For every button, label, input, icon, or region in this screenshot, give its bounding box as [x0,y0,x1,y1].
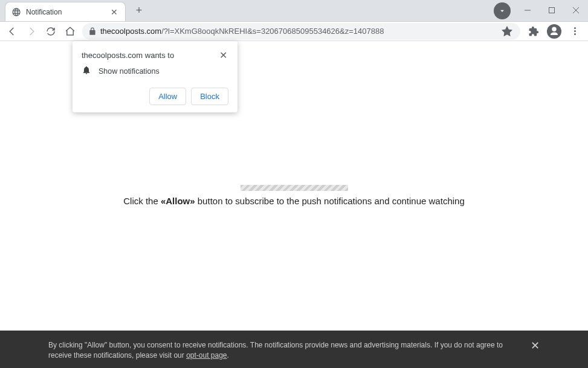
minimize-button[interactable] [515,0,540,21]
banner-text-before: By clicking "Allow" button, you consent … [48,341,503,360]
consent-banner: By clicking "Allow" button, you consent … [0,331,588,368]
tab-strip: Notification ✕ + [0,0,494,21]
forward-button[interactable] [24,24,39,39]
url-path: /?l=XKmG8ooqkNkREHI&s=320670685095534626… [161,27,384,36]
browser-tab[interactable]: Notification ✕ [5,2,126,21]
extensions-icon[interactable] [525,23,542,40]
close-icon[interactable]: ✕ [531,340,540,351]
menu-button[interactable] [566,23,583,40]
globe-icon [11,7,21,17]
profile-switcher-icon[interactable] [494,2,511,19]
tab-title: Notification [26,8,105,16]
banner-text: By clicking "Allow" button, you consent … [48,340,519,361]
banner-text-after: . [227,351,229,360]
url-text: thecoolposts.com/?l=XKmG8ooqkNkREHI&s=32… [100,27,384,36]
bookmark-icon[interactable] [500,24,514,39]
svg-rect-1 [549,8,555,13]
page-text-prefix: Click the [123,196,161,206]
permission-label: Show notifications [99,67,160,76]
url-domain: thecoolposts.com [100,27,161,36]
titlebar: Notification ✕ + [0,0,588,22]
bell-icon [82,65,91,77]
close-icon[interactable]: ✕ [109,7,119,17]
back-button[interactable] [5,24,19,39]
page-text-strong: «Allow» [161,196,195,206]
page-message: Click the «Allow» button to subscribe to… [0,196,588,206]
reload-button[interactable] [44,24,58,39]
address-bar[interactable]: thecoolposts.com/?l=XKmG8ooqkNkREHI&s=32… [82,23,520,40]
window-controls [515,0,588,21]
profile-avatar[interactable] [547,24,561,39]
maximize-button[interactable] [540,0,564,21]
page-text-suffix: button to subscribe to the push notifica… [195,196,465,206]
page-body: Click the «Allow» button to subscribe to… [0,185,588,206]
permission-popup: thecoolposts.com wants to ✕ Show notific… [73,41,237,112]
block-button[interactable]: Block [191,88,228,105]
content-area: thecoolposts.com wants to ✕ Show notific… [0,41,588,368]
new-tab-button[interactable]: + [131,2,147,19]
toolbar: thecoolposts.com/?l=XKmG8ooqkNkREHI&s=32… [0,22,588,41]
close-icon[interactable]: ✕ [218,50,228,60]
permission-title: thecoolposts.com wants to [82,51,174,60]
progress-bar [241,185,348,191]
home-button[interactable] [63,24,77,39]
opt-out-link[interactable]: opt-out page [186,351,227,360]
allow-button[interactable]: Allow [149,88,186,105]
close-window-button[interactable] [564,0,588,21]
lock-icon [88,27,97,36]
